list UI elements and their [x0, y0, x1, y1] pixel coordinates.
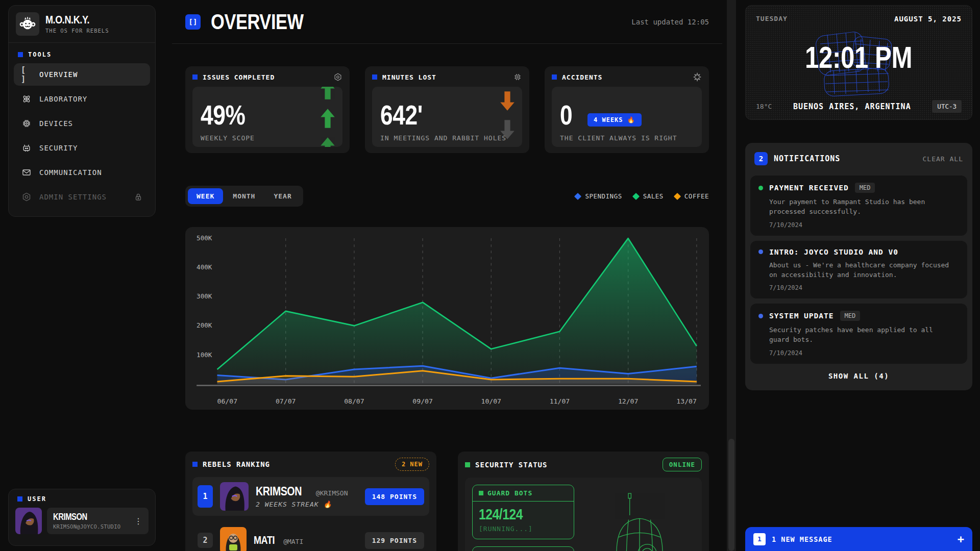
user-email: KRIMSON@JOYCO.STUDIO: [53, 523, 120, 530]
hex-nut-icon[interactable]: [333, 72, 342, 82]
svg-text:200K: 200K: [197, 321, 212, 329]
stat-value: 49%: [201, 101, 245, 129]
blue-square-bullet: [372, 74, 377, 80]
clock-date: AUGUST 5, 2025: [894, 15, 962, 23]
diamond-icon: [632, 192, 640, 199]
chart-range-tabs: WEEK MONTH YEAR: [185, 186, 303, 207]
svg-text:500K: 500K: [197, 234, 212, 242]
timezone-badge: UTC-3: [932, 100, 962, 113]
new-message-bar[interactable]: 1 1 NEW MESSAGE +: [745, 527, 972, 551]
sidebar: M.O.N.K.Y. THE OS FOR REBELS TOOLS [ ] O…: [8, 5, 156, 217]
rank-handle: @KRIMSON: [316, 489, 348, 497]
blue-square-bullet: [552, 74, 557, 80]
chip-icon[interactable]: [513, 72, 522, 82]
severity-badge: MED: [855, 183, 875, 193]
sales-chart: 100K200K300K400K500K06/0707/0708/0709/07…: [185, 227, 709, 410]
streak-badge: 4 WEEKS 🔥: [587, 113, 642, 127]
atom-icon: [21, 94, 32, 104]
clock-card: TUESDAY AUGUST 5, 2025 12:01 PM 18°C BUE…: [745, 5, 972, 120]
rank-streak: 2 WEEKS STREAK 🔥: [256, 500, 348, 508]
clear-all-button[interactable]: CLEAR ALL: [923, 155, 963, 163]
rank-name: KRIMSON: [256, 485, 302, 497]
tab-week[interactable]: WEEK: [188, 188, 223, 204]
ranking-row-1[interactable]: 1 KRIMSON@KRIMSON 2 WEEKS STREAK 🔥 148 P…: [192, 477, 429, 516]
svg-text:13/07: 13/07: [676, 397, 696, 405]
plus-icon[interactable]: +: [958, 533, 964, 545]
stat-value: 0: [560, 101, 572, 129]
user-card: KRIMSON KRIMSON@JOYCO.STUDIO ⋮: [47, 508, 149, 534]
lock-icon: [134, 192, 143, 202]
sidebar-item-admin-settings[interactable]: ADMIN SETTINGS: [14, 186, 150, 208]
page-title: OVERVIEW: [211, 11, 304, 33]
blue-square-bullet: [192, 462, 198, 467]
svg-text:100K: 100K: [197, 351, 212, 359]
sidebar-item-security[interactable]: SECURITY: [14, 137, 150, 159]
svg-text:09/07: 09/07: [412, 397, 432, 405]
guard-bot-wireframe: [584, 485, 695, 551]
message-label: 1 NEW MESSAGE: [772, 535, 832, 543]
notification-body: Security patches have been applied to al…: [758, 325, 955, 345]
legend-coffee[interactable]: COFFEE: [675, 192, 709, 200]
sidebar-item-overview[interactable]: [ ] OVERVIEW: [14, 63, 150, 86]
svg-text:12/07: 12/07: [618, 397, 638, 405]
stat-caption: IN MEETINGS AND RABBIT HOLES: [380, 134, 506, 142]
svg-text:400K: 400K: [197, 263, 212, 271]
stat-card-accidents: ACCIDENTS 0 4 WEEKS 🔥 THE CLIENT ALWAYS …: [545, 66, 709, 153]
guard-bots-state: [RUNNING...]: [479, 525, 568, 533]
firewall-box: FIREWALL: [472, 546, 574, 551]
tab-month[interactable]: MONTH: [224, 188, 264, 204]
notification-date: 7/10/2024: [758, 221, 959, 229]
hex-nut-icon: [21, 192, 32, 202]
kebab-menu-icon[interactable]: ⋮: [134, 516, 142, 526]
scrollbar-thumb[interactable]: [728, 439, 734, 551]
app-name: M.O.N.K.Y.: [45, 14, 89, 26]
user-avatar[interactable]: [15, 508, 42, 534]
notification-intro-joyco[interactable]: INTRO: JOYCO STUDIO AND V0 About us - We…: [750, 241, 967, 299]
security-inner: GUARD BOTS 124/124 [RUNNING...] FIREWALL: [465, 478, 702, 551]
ranking-row-2[interactable]: 2 MATI@MATI 129 POINTS: [192, 522, 429, 551]
status-dot: [758, 186, 763, 190]
rank-number: 2: [198, 533, 213, 548]
svg-text:10/07: 10/07: [481, 397, 501, 405]
mail-icon: [21, 167, 32, 178]
status-dot: [758, 249, 763, 254]
overview-brackets-icon: []: [185, 14, 201, 30]
main-content: [] OVERVIEW Last updated 12:05 ISSUES CO…: [172, 0, 722, 551]
bottom-row: REBELS RANKING 2 NEW 1 KRIMSON@KRIMSON 2…: [185, 452, 709, 551]
rank-handle: @MATI: [283, 538, 303, 545]
diamond-icon: [674, 192, 681, 199]
svg-text:06/07: 06/07: [217, 397, 237, 405]
notification-body: Your payment to Rampant Studio has been …: [758, 197, 955, 217]
user-name: KRIMSON: [53, 512, 87, 521]
legend-sales[interactable]: SALES: [633, 192, 664, 200]
online-status-badge: ONLINE: [663, 458, 702, 471]
rank-name: MATI: [254, 535, 275, 546]
points-badge: 148 POINTS: [365, 488, 424, 505]
scrollbar-track: [727, 0, 736, 551]
stat-caption: THE CLIENT ALWAYS IS RIGHT: [560, 134, 677, 142]
clock-time: 12:01 PM: [805, 42, 912, 73]
svg-text:11/07: 11/07: [550, 397, 570, 405]
sidebar-item-devices[interactable]: DEVICES: [14, 112, 150, 135]
tab-year[interactable]: YEAR: [265, 188, 300, 204]
legend-spendings[interactable]: SPENDINGS: [575, 192, 622, 200]
show-all-button[interactable]: SHOW ALL (4): [750, 364, 967, 385]
brackets-icon: [ ]: [21, 65, 32, 84]
notification-body: About us - We're a healthcare company fo…: [758, 261, 955, 280]
notification-date: 7/10/2024: [758, 284, 959, 291]
notification-payment-received[interactable]: PAYMENT RECEIVED MED Your payment to Ram…: [750, 176, 967, 236]
security-status-panel: SECURITY STATUS ONLINE GUARD BOTS 124/12…: [458, 452, 709, 551]
notifications-panel: 2 NOTIFICATIONS CLEAR ALL PAYMENT RECEIV…: [745, 143, 972, 390]
sidebar-item-communication[interactable]: COMMUNICATION: [14, 161, 150, 184]
notification-count-badge: 2: [754, 152, 768, 165]
rank-number: 1: [198, 485, 213, 508]
severity-badge: MED: [840, 311, 861, 321]
tools-section-label: TOOLS: [9, 43, 155, 62]
notification-system-update[interactable]: SYSTEM UPDATE MED Security patches have …: [750, 304, 967, 364]
burst-icon[interactable]: [693, 72, 702, 82]
svg-text:07/07: 07/07: [276, 397, 296, 405]
blue-square-bullet: [18, 52, 23, 57]
diamond-icon: [574, 192, 581, 199]
sidebar-item-laboratory[interactable]: LABORATORY: [14, 88, 150, 110]
user-panel: USER KRIMSON KRIMSON@JOYCO.STUDIO ⋮: [8, 489, 156, 546]
